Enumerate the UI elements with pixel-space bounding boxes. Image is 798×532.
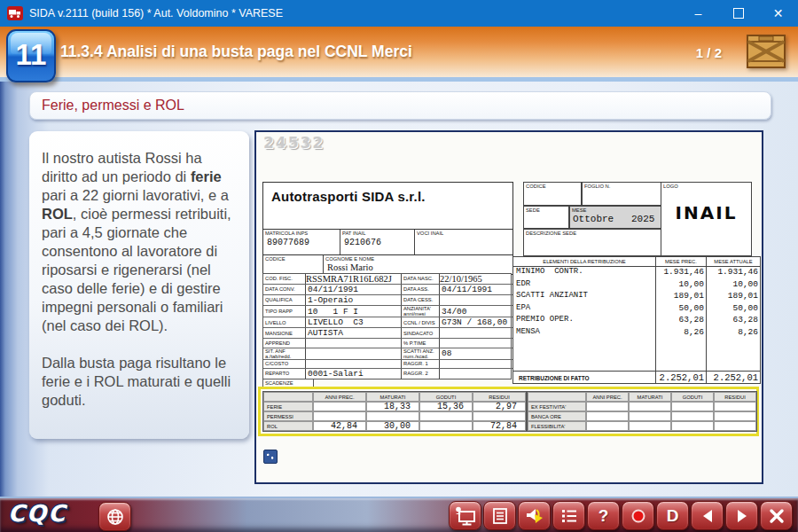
field-label: VOCI INAIL	[415, 230, 512, 237]
leave-value	[419, 421, 473, 431]
lesson-text: Il nostro autista Rossi ha diritto ad un…	[42, 150, 202, 184]
leave-value: 72,84	[473, 421, 526, 431]
column-header: ELEMENTI DELLA RETRIBUZIONE	[513, 257, 655, 267]
pay-item: EDR	[513, 279, 655, 292]
field-value: 04/11/1991	[440, 285, 492, 294]
lesson-paragraph: Dalla busta paga risultano le ferie e i …	[42, 354, 240, 410]
stamp-icon	[263, 450, 278, 464]
employee-details-grid: COD. FISC.RSSMRA71R16L682JDATA NASC.22/1…	[262, 273, 512, 379]
field-label: COD. FISC.	[263, 274, 305, 284]
page-indicator: 1 / 2	[696, 45, 722, 60]
company-name: Autotrasporti SIDA s.r.l.	[263, 183, 512, 204]
leave-value	[313, 411, 366, 421]
row-label: PERMESSI	[263, 411, 313, 421]
inps-inail-row: MATRICOLA INPS89077689 PAT INAIL9210676 …	[262, 229, 513, 256]
column-header: GODUTI	[671, 392, 714, 402]
d-icon: D	[667, 506, 679, 526]
field-label: RAGGR. 2	[401, 369, 439, 379]
cqc-logo: CQC	[8, 500, 66, 527]
field-label: SIT. ANF a./tab/redd.	[263, 348, 305, 359]
row-label: FLESSIBILITA'	[528, 421, 586, 431]
pay-amount: 1.931,46	[655, 267, 706, 279]
pay-amount: 10,00	[706, 279, 760, 292]
index-list-button[interactable]	[552, 501, 585, 530]
pay-amount: 63,28	[706, 315, 760, 327]
field-label: DATA CESS.	[401, 295, 439, 305]
leave-value	[473, 411, 526, 421]
audio-icon	[524, 506, 545, 526]
lesson-subtitle: Ferie, permessi e ROL	[30, 92, 771, 118]
field-label: QUALIFICA	[263, 295, 305, 305]
lesson-paragraph: Il nostro autista Rossi ha diritto ad un…	[42, 149, 240, 335]
field-value: 89077689	[263, 238, 340, 247]
exit-button[interactable]	[760, 501, 793, 530]
help-button[interactable]: ?	[587, 501, 620, 530]
leave-value: 2,97	[473, 402, 526, 411]
lesson-text-panel: Il nostro autista Rossi ha diritto ad un…	[29, 131, 249, 439]
field-value: AUTISTA	[306, 328, 343, 338]
field-label: PAT INAIL	[340, 230, 414, 237]
lesson-header: 11 11.3.4 Analisi di una busta paga nel …	[0, 27, 798, 82]
field-label: FOGLIO N.	[583, 183, 661, 190]
record-icon	[629, 506, 648, 526]
leave-value: 30,00	[366, 421, 419, 431]
document-icon	[490, 506, 510, 526]
field-value: LIVELLO C3	[306, 317, 364, 327]
field-label: MATRICOLA INPS	[263, 230, 340, 237]
bottom-toolbar: CQC	[0, 497, 798, 532]
pay-amount: 63,28	[655, 315, 706, 327]
text-page-button[interactable]	[483, 501, 516, 530]
total-label: RETRIBUZIONE DI FATTO	[513, 371, 655, 383]
employee-name: Rossi Mario	[324, 262, 512, 272]
field-label: REPARTO	[263, 369, 305, 379]
pay-item: SCATTI ANZIANIT	[513, 291, 655, 303]
column-header: MESE ATTUALE	[706, 257, 760, 267]
maximize-button[interactable]	[718, 0, 758, 27]
pay-amount: 1.931,46	[706, 267, 760, 279]
field-label: MANSIONE	[263, 328, 305, 338]
field-label: CODICE	[263, 255, 323, 262]
leave-value	[366, 411, 419, 421]
leave-value	[313, 402, 366, 411]
maximize-icon	[733, 8, 744, 19]
lesson-text: , cioè permessi retribuiti, pari a 4,5 g…	[42, 206, 231, 333]
record-button[interactable]	[622, 501, 654, 530]
field-label: APPREND	[263, 339, 305, 347]
audio-button[interactable]	[518, 501, 551, 530]
row-label: ROL	[263, 421, 313, 431]
app-truck-icon	[7, 6, 23, 20]
field-value: 22/10/1965	[440, 274, 482, 284]
crate-icon	[745, 31, 787, 72]
toolbar-buttons: ? D	[449, 501, 793, 530]
row-label: BANCA ORE	[528, 411, 586, 421]
close-window-button[interactable]: ✕	[758, 0, 798, 27]
close-icon	[767, 506, 786, 526]
globe-icon	[106, 507, 125, 527]
inail-logo: INAIL	[661, 202, 751, 223]
leave-table: ANNI PREC. MATURATI GODUTI RESIDUI FERIE…	[262, 391, 527, 432]
employee-name-row: CODICE COGNOME E NOMERossi Mario	[262, 254, 513, 275]
window-controls: – ✕	[678, 0, 798, 27]
chapter-number-badge: 11	[6, 29, 56, 82]
field-label: % P.TIME	[401, 339, 439, 347]
minimize-button[interactable]: –	[678, 0, 718, 27]
column-header: RESIDUI	[714, 392, 756, 402]
field-label: C/COSTO	[263, 360, 305, 368]
field-label: DESCRIZIONE SEDE	[524, 230, 661, 237]
next-button[interactable]	[725, 501, 758, 530]
field-label: LIVELLO	[263, 317, 305, 327]
presentation-button[interactable]	[449, 501, 481, 530]
field-value: 08	[440, 348, 451, 358]
pay-item: MINIMO CONTR.	[513, 267, 655, 279]
column-header: ANNI PREC.	[313, 392, 366, 402]
previous-button[interactable]	[691, 501, 724, 530]
window-title: SIDA v.2111 (build 156) * Aut. Voldomino…	[29, 7, 283, 20]
globe-button[interactable]	[98, 502, 131, 531]
leave-value: 15,36	[419, 402, 473, 411]
content-area: Ferie, permessi e ROL Il nostro autista …	[0, 82, 798, 497]
pay-amount: 189,01	[655, 291, 706, 303]
list-icon	[559, 506, 579, 526]
field-label: COGNOME E NOME	[324, 255, 512, 262]
d-button[interactable]: D	[656, 501, 689, 530]
pay-amount: 8,26	[706, 327, 760, 340]
